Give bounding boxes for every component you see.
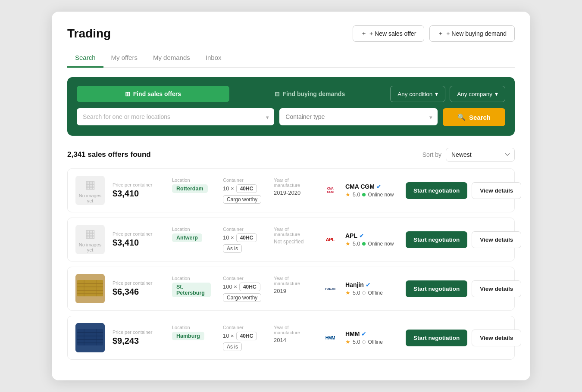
company-name-row: APL ✔ (345, 232, 394, 239)
location-badge: St. Petersburg (172, 283, 211, 297)
view-details-button[interactable]: View details (472, 280, 521, 297)
condition-filter-btn[interactable]: Any condition ▾ (390, 86, 445, 102)
status-text: Offline (368, 339, 382, 345)
offer-price-block: Price per container $9,243 (113, 330, 164, 346)
price-value: $3,410 (113, 189, 164, 199)
company-logo: APL (320, 232, 340, 247)
company-logo: HMM (320, 330, 340, 345)
location-col: Location St. Petersburg (172, 276, 211, 297)
year-not-specified: Not specified (274, 239, 313, 245)
container-condition-badge: Cargo worthy (223, 195, 261, 204)
tab-search[interactable]: Search (67, 50, 103, 68)
year-value: 2019-2020 (274, 190, 313, 196)
container-qty: 10 × (223, 333, 234, 339)
view-details-button[interactable]: View details (472, 330, 521, 346)
price-label: Price per container (113, 280, 164, 286)
year-col: Year of manufacture 2019 (274, 276, 313, 294)
no-image-label: No images yet (75, 242, 105, 252)
container-label: Container (223, 227, 262, 232)
offer-card: ▦ No images yet Price per container $3,4… (67, 218, 515, 261)
company-name-row: CMA CGM ✔ (345, 183, 394, 190)
offer-image: ▦ No images yet (75, 176, 105, 205)
offer-info-block: Location Hamburg Container 10 × 40HC As … (172, 325, 313, 351)
sort-select[interactable]: Newest Oldest Price: Low to High Price: … (446, 148, 515, 162)
container-type-input[interactable] (279, 108, 438, 125)
year-value: 2014 (274, 337, 313, 343)
star-icon: ★ (345, 289, 350, 296)
container-type-badge: 40HC (239, 283, 260, 291)
plus-icon: ＋ (361, 30, 367, 37)
chevron-down-icon: ▾ (495, 90, 498, 97)
company-logo-text: CMACGM (320, 183, 340, 198)
container-qty: 10 × (223, 185, 234, 192)
search-button[interactable]: 🔍 Search (443, 108, 505, 126)
start-negotiation-button[interactable]: Start negotiation (406, 231, 467, 248)
location-input-wrap: ▾ (77, 108, 274, 126)
company-logo-text: HMM (320, 330, 340, 345)
container-condition-badge: As is (223, 342, 242, 351)
rating-value: 5.0 (353, 339, 360, 345)
no-image-icon: ▦ (85, 178, 96, 191)
company-info: Hanjin ✔ ★ 5.0 Offline (345, 281, 383, 296)
offer-company-block: HMM HMM ✔ ★ 5.0 Offline (320, 330, 398, 345)
offer-image: ▦ No images yet (75, 225, 105, 254)
tab-my-demands[interactable]: My demands (145, 50, 198, 68)
tab-my-offers[interactable]: My offers (103, 50, 145, 68)
offer-image (75, 274, 105, 303)
container-qty: 100 × (223, 283, 237, 290)
company-label: Any company (457, 91, 492, 97)
start-negotiation-button[interactable]: Start negotiation (406, 280, 467, 297)
company-logo: CMACGM (320, 183, 340, 198)
container-col: Container 100 × 40HC Cargo worthy (223, 276, 262, 302)
header-buttons: ＋ + New sales offer ＋ + New buying deman… (353, 25, 515, 42)
verified-icon: ✔ (376, 183, 382, 190)
company-filter-btn[interactable]: Any company ▾ (450, 86, 505, 102)
price-value: $3,410 (113, 238, 164, 248)
status-dot-offline (362, 340, 366, 344)
new-buying-demand-button[interactable]: ＋ + New buying demand (429, 25, 515, 42)
company-logo: HANJIN (320, 281, 340, 296)
rating-value: 5.0 (353, 241, 360, 247)
tab-inbox[interactable]: Inbox (198, 50, 229, 68)
find-sales-offers-btn[interactable]: ⊞ Find sales offers (77, 86, 229, 102)
condition-label: Any condition (397, 91, 432, 97)
location-col: Location Hamburg (172, 325, 211, 340)
company-info: CMA CGM ✔ ★ 5.0 Online now (345, 183, 394, 198)
offer-price-block: Price per container $3,410 (113, 231, 164, 248)
no-image-label: No images yet (75, 193, 105, 203)
new-sales-offer-button[interactable]: ＋ + New sales offer (353, 25, 424, 42)
verified-icon: ✔ (361, 330, 366, 337)
search-icon: 🔍 (457, 113, 466, 121)
container-col: Container 10 × 40HC As is (223, 325, 262, 351)
rating-value: 5.0 (353, 192, 360, 198)
container-badges: 100 × 40HC Cargo worthy (223, 283, 262, 302)
star-icon: ★ (345, 191, 350, 198)
app-container: Trading ＋ + New sales offer ＋ + New buyi… (52, 12, 530, 380)
container-qty: 10 × (223, 234, 234, 241)
view-details-button[interactable]: View details (472, 182, 521, 199)
offer-actions: Start negotiation View details (406, 231, 521, 248)
new-sales-offer-label: + New sales offer (369, 30, 416, 37)
start-negotiation-button[interactable]: Start negotiation (406, 330, 467, 346)
year-col: Year of manufacture 2019-2020 (274, 177, 313, 196)
price-value: $9,243 (113, 336, 164, 346)
search-panel-bottom: ▾ ▾ 🔍 Search (77, 108, 505, 126)
offer-card: Price per container $6,346 Location St. … (67, 267, 515, 311)
company-info: HMM ✔ ★ 5.0 Offline (345, 330, 383, 345)
location-label: Location (172, 227, 211, 232)
company-name: Hanjin (345, 281, 364, 288)
tabs-row: Search My offers My demands Inbox (67, 50, 515, 68)
location-search-input[interactable] (77, 108, 274, 125)
company-info: APL ✔ ★ 5.0 Online now (345, 232, 394, 247)
container-type-badge: 40HC (236, 332, 257, 340)
find-buying-demands-btn[interactable]: ⊟ Find buying demands (234, 86, 386, 102)
start-negotiation-button[interactable]: Start negotiation (406, 182, 467, 199)
year-label: Year of manufacture (274, 276, 313, 286)
offer-image (75, 323, 105, 352)
year-label: Year of manufacture (274, 325, 313, 335)
offer-actions: Start negotiation View details (406, 280, 521, 297)
container-condition-badge: Cargo worthy (223, 293, 261, 302)
container-type-badge: 40HC (236, 233, 257, 242)
view-details-button[interactable]: View details (472, 231, 521, 248)
location-badge: Antwerp (172, 233, 202, 242)
